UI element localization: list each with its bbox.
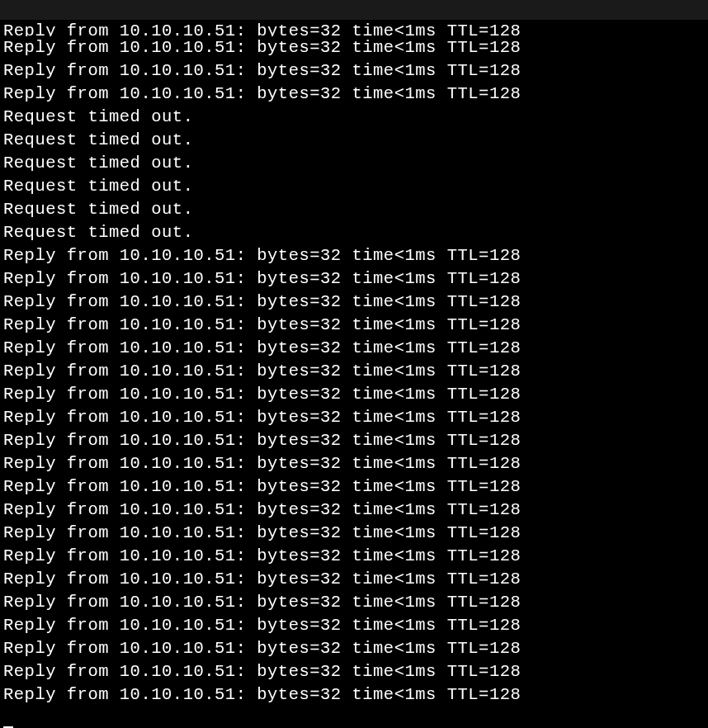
output-line: Request timed out. [3,221,708,244]
output-line: Reply from 10.10.10.51: bytes=32 time<1m… [3,291,708,314]
output-line: Reply from 10.10.10.51: bytes=32 time<1m… [3,383,708,406]
output-line: Reply from 10.10.10.51: bytes=32 time<1m… [3,522,708,545]
output-line: Reply from 10.10.10.51: bytes=32 time<1m… [3,568,708,591]
output-line: Reply from 10.10.10.51: bytes=32 time<1m… [3,406,708,429]
output-line: Reply from 10.10.10.51: bytes=32 time<1m… [3,59,708,83]
output-line: Reply from 10.10.10.51: bytes=32 time<1m… [3,545,708,568]
output-line: Request timed out. [3,152,708,175]
output-line: Reply from 10.10.10.51: bytes=32 time<1m… [3,452,708,475]
output-line: Reply from 10.10.10.51: bytes=32 time<1m… [3,660,708,683]
output-line: Reply from 10.10.10.51: bytes=32 time<1m… [3,337,708,360]
output-line: Reply from 10.10.10.51: bytes=32 time<1m… [3,499,708,522]
output-line: Reply from 10.10.10.51: bytes=32 time<1m… [3,244,708,267]
output-line: Reply from 10.10.10.51: bytes=32 time<1m… [3,360,708,383]
output-line: Reply from 10.10.10.51: bytes=32 time<1m… [3,591,708,614]
output-line: Reply from 10.10.10.51: bytes=32 time<1m… [3,475,708,499]
output-line-partial: Reply from 10.10.10.51: bytes=32 time<1m… [3,20,708,36]
output-line: Reply from 10.10.10.51: bytes=32 time<1m… [3,314,708,337]
output-line: Reply from 10.10.10.51: bytes=32 time<1m… [3,36,708,59]
output-line: Reply from 10.10.10.51: bytes=32 time<1m… [3,83,708,106]
output-line: Request timed out. [3,198,708,221]
output-line: Reply from 10.10.10.51: bytes=32 time<1m… [3,614,708,637]
output-line: Reply from 10.10.10.51: bytes=32 time<1m… [3,429,708,452]
output-line: Request timed out. [3,106,708,129]
terminal-output[interactable]: Reply from 10.10.10.51: bytes=32 time<1m… [0,20,708,728]
output-line: Request timed out. [3,175,708,198]
output-line: Reply from 10.10.10.51: bytes=32 time<1m… [3,683,708,707]
output-line: Reply from 10.10.10.51: bytes=32 time<1m… [3,637,708,660]
output-line: Reply from 10.10.10.51: bytes=32 time<1m… [3,267,708,291]
output-line: Request timed out. [3,129,708,152]
